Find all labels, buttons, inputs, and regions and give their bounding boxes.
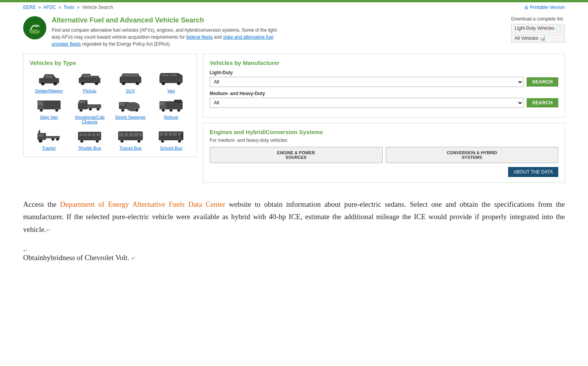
svg-point-68 <box>161 140 164 143</box>
list-item: Street Sweeper <box>111 97 150 124</box>
list-item: Sedan/Wagon <box>30 71 68 93</box>
sedan-link[interactable]: Sedan/Wagon <box>35 89 63 93</box>
medium-heavy-search-button[interactable]: SEARCH <box>527 98 558 107</box>
svg-point-29 <box>97 107 100 111</box>
svg-point-60 <box>137 140 141 143</box>
svg-point-69 <box>178 140 181 143</box>
sweeper-link[interactable]: Street Sweeper <box>115 115 146 119</box>
list-item: Van <box>152 71 191 93</box>
afdc-body-link[interactable]: Department of Energy Alternative Fuels D… <box>60 200 225 208</box>
pilcrow-2: ↵ <box>23 247 28 254</box>
svg-rect-10 <box>83 75 90 77</box>
svg-point-13 <box>136 81 139 85</box>
svg-rect-14 <box>123 74 138 77</box>
svg-rect-62 <box>124 133 128 136</box>
light-duty-group: Light-Duty All SEARCH <box>210 70 558 87</box>
list-item: Shuttle Bus <box>71 128 109 150</box>
stepvan-icon <box>36 97 63 113</box>
vocational-link[interactable]: Vocational/Cab Chassis <box>71 115 109 124</box>
suv-link[interactable]: SUV <box>126 89 135 93</box>
engine-power-button[interactable]: ENGINE & POWERSOURCES <box>210 147 383 163</box>
list-item: SUV <box>111 71 150 93</box>
svg-rect-53 <box>80 133 83 136</box>
medium-heavy-group: Medium- and Heavy-Duty All SEARCH <box>210 91 558 108</box>
download-label: Download a complete list: <box>511 16 565 22</box>
svg-point-0 <box>26 19 44 37</box>
medium-heavy-select[interactable]: All <box>210 98 524 108</box>
pilcrow-3: ↵ <box>131 255 136 261</box>
svg-point-22 <box>40 109 43 112</box>
breadcrumb: EERE » AFDC » Tools » Vehicle Search <box>23 5 113 10</box>
svg-rect-49 <box>38 134 44 137</box>
svg-point-3 <box>41 82 45 85</box>
vehicles-by-manufacturer-panel: Vehicles by Manufacturer Light-Duty All … <box>203 54 565 117</box>
transitbus-icon <box>117 128 144 144</box>
sweeper-icon <box>117 97 144 113</box>
main-content: Vehicles by Type Sedan/Wagon <box>0 54 588 191</box>
pickup-icon <box>76 71 103 87</box>
about-data-button[interactable]: ABOUT THE DATA <box>508 167 558 177</box>
tractor-link[interactable]: Tractor <box>42 146 56 150</box>
svg-point-51 <box>80 140 83 143</box>
svg-rect-64 <box>134 133 138 136</box>
svg-rect-55 <box>88 133 91 136</box>
svg-rect-7 <box>91 76 99 78</box>
svg-rect-57 <box>97 133 100 136</box>
download-section: Download a complete list: Light-Duty Veh… <box>511 16 565 44</box>
svg-rect-18 <box>161 74 169 76</box>
svg-rect-67 <box>181 134 183 138</box>
engines-panel: Engines and Hybrid/Conversion Systems Fo… <box>203 123 565 183</box>
refuse-icon <box>158 97 185 113</box>
all-vehicles-download[interactable]: All Vehicles 📊 <box>511 34 565 43</box>
svg-rect-38 <box>174 100 182 103</box>
engine-buttons: ENGINE & POWERSOURCES CONVERSION & HYBRI… <box>210 147 558 163</box>
afdc-link[interactable]: AFDC <box>43 5 56 10</box>
bottom-paragraph: Obtainhybridness of Chevrolet Volt. <box>23 254 129 262</box>
vocational-icon <box>76 97 103 113</box>
transitbus-link[interactable]: Transit Bus <box>119 146 142 150</box>
svg-point-9 <box>95 81 98 85</box>
engines-subtitle: For medium- and heavy-duty vehicles: <box>210 138 558 143</box>
svg-rect-35 <box>119 103 125 106</box>
print-link[interactable]: 🖨 Printable Version <box>524 5 565 10</box>
header-description: Find and compare alternative fuel vehicl… <box>52 27 286 48</box>
vehicles-by-type-panel: Vehicles by Type Sedan/Wagon <box>23 54 197 157</box>
list-item: Transit Bus <box>111 128 150 150</box>
pilcrow-1: ↵ <box>46 227 51 233</box>
page-title: Alternative Fuel and Advanced Vehicle Se… <box>52 16 286 24</box>
svg-rect-5 <box>46 75 53 78</box>
svg-point-27 <box>80 109 83 112</box>
vehicle-search-crumb: Vehicle Search <box>82 5 113 10</box>
svg-point-1 <box>29 29 40 34</box>
shuttlebus-icon <box>76 128 103 144</box>
conversion-hybrid-button[interactable]: CONVERSION & HYBRIDSYSTEMS <box>386 147 559 163</box>
tools-link[interactable]: Tools <box>64 5 75 10</box>
svg-point-34 <box>135 109 138 112</box>
federal-fleets-link[interactable]: federal fleets <box>186 34 213 40</box>
main-paragraph: Access the Department of Energy Alternat… <box>23 198 565 236</box>
van-link[interactable]: Van <box>167 89 175 93</box>
svg-point-28 <box>89 107 92 111</box>
svg-rect-65 <box>139 133 142 136</box>
body-text-section: Access the Department of Energy Alternat… <box>0 191 588 247</box>
light-duty-select[interactable]: All <box>210 77 524 87</box>
svg-rect-30 <box>78 101 85 103</box>
state-fleets-link[interactable]: state and alternative fuel provider flee… <box>52 34 273 47</box>
refuse-link[interactable]: Refuse <box>164 115 178 119</box>
svg-point-4 <box>53 82 57 85</box>
svg-point-39 <box>162 109 165 112</box>
eere-link[interactable]: EERE <box>23 5 36 10</box>
shuttlebus-link[interactable]: Shuttle Bus <box>78 146 101 150</box>
sedan-icon <box>36 71 63 87</box>
stepvan-link[interactable]: Step Van <box>40 115 58 119</box>
svg-rect-56 <box>92 133 95 136</box>
header-section: Alternative Fuel and Advanced Vehicle Se… <box>0 12 588 54</box>
svg-rect-54 <box>84 133 87 136</box>
light-duty-search-button[interactable]: SEARCH <box>527 77 558 87</box>
svg-point-16 <box>161 81 165 85</box>
manufacturer-title: Vehicles by Manufacturer <box>210 60 558 66</box>
schoolbus-link[interactable]: School Bus <box>160 146 182 150</box>
pilcrow-spacer: ↵ <box>0 247 588 254</box>
light-duty-download[interactable]: Light-Duty Vehicles 📄 <box>511 24 565 32</box>
pickup-link[interactable]: Pickup <box>83 89 97 93</box>
